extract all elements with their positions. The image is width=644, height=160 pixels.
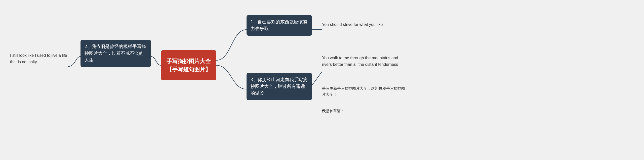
branch-node-2: 1、自己喜欢的东西就应该努力去争取 bbox=[247, 15, 312, 36]
bottom-right-text-node: 我是种草酱！ bbox=[322, 108, 372, 114]
branch-node-1: 2、我依旧是曾经的模样手写摘抄图片大全，过着不咸不淡的人生 bbox=[80, 40, 151, 67]
mid-right-text-node: You walk to me through the mountains and… bbox=[322, 55, 408, 68]
branch-node-3: 3、你历经山河走向我手写摘抄图片大全，胜过所有遥远的温柔 bbox=[247, 73, 312, 100]
left-text-node: I still look like I used to live a life … bbox=[10, 52, 68, 65]
mind-map: I still look like I used to live a life … bbox=[0, 0, 644, 160]
svg-line-1 bbox=[312, 72, 322, 85]
mid-right-text-node-2: 手写更新手写摘抄图片大全，欢迎投稿手写摘抄图片大全！ bbox=[322, 85, 408, 97]
top-right-text-node: You should strive for what you like bbox=[322, 21, 403, 28]
center-node: 手写摘抄图片大全【手写短句图片】 bbox=[161, 50, 216, 80]
